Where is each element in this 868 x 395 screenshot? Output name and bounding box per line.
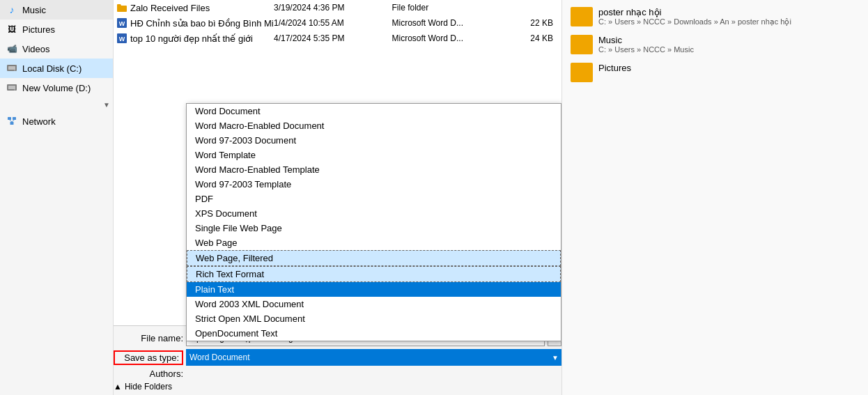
- svg-rect-6: [8, 117, 11, 120]
- dropdown-option-rtf[interactable]: Rich Text Format: [187, 266, 561, 282]
- file-name-cell: Zalo Received Files: [116, 2, 274, 13]
- music-icon: ♪: [6, 3, 18, 16]
- svg-rect-4: [8, 86, 15, 89]
- new-volume-icon: [6, 82, 18, 94]
- dropdown-option-word-97-2003[interactable]: Word 97-2003 Document: [187, 133, 561, 148]
- hide-folders-row: ▲ Hide Folders: [114, 382, 561, 392]
- file-type-cell: Microsoft Word D...: [392, 33, 511, 43]
- dropdown-option-web-page[interactable]: Web Page: [187, 235, 561, 250]
- svg-rect-8: [10, 122, 14, 125]
- dropdown-option-word-97-template[interactable]: Word 97-2003 Template: [187, 177, 561, 192]
- file-name-text: Zalo Received Files: [130, 3, 210, 13]
- svg-text:W: W: [119, 20, 125, 27]
- network-icon: [6, 115, 18, 127]
- dropdown-option-xps[interactable]: XPS Document: [187, 206, 561, 221]
- dropdown-option-plain-text[interactable]: Plain Text: [187, 282, 561, 297]
- local-disk-icon: [6, 62, 18, 75]
- sidebar-item-local-disk[interactable]: Local Disk (C:): [0, 59, 113, 78]
- dropdown-option-word-template[interactable]: Word Template: [187, 148, 561, 162]
- recent-item[interactable]: Music C: » Users » NCCC » Music: [568, 33, 862, 56]
- sidebar-item-music-label: Music: [22, 5, 46, 15]
- recent-panel: poster nhạc hội C: » Users » NCCC » Down…: [561, 0, 868, 395]
- dropdown-option-strict-xml[interactable]: Strict Open XML Document: [187, 311, 561, 326]
- file-type-cell: Microsoft Word D...: [392, 18, 511, 28]
- recent-folder-icon: [571, 7, 593, 26]
- recent-folder-icon: [571, 35, 593, 54]
- sidebar-item-new-volume[interactable]: New Volume (D:): [0, 78, 113, 98]
- svg-rect-7: [13, 117, 16, 120]
- sidebar-item-videos-label: Videos: [22, 44, 50, 54]
- dropdown-option-pdf[interactable]: PDF: [187, 192, 561, 206]
- file-row[interactable]: W HĐ Chỉnh sửa bao bì Đồng Bình Minh 1/4…: [114, 15, 561, 31]
- recent-item-text: Music C: » Users » NCCC » Music: [598, 35, 694, 54]
- authors-row: Authors:: [114, 369, 561, 379]
- file-section: Zalo Received Files 3/19/2024 4:36 PM Fi…: [114, 0, 561, 395]
- svg-line-9: [10, 120, 13, 122]
- file-date-cell: 1/4/2024 10:55 AM: [274, 18, 392, 28]
- svg-text:W: W: [119, 36, 125, 42]
- sidebar-item-videos[interactable]: 📹 Videos: [0, 39, 113, 59]
- word-icon: W: [116, 17, 127, 29]
- scroll-down-arrow[interactable]: ▼: [103, 101, 110, 109]
- file-date-cell: 3/19/2024 4:36 PM: [274, 3, 392, 13]
- dropdown-option-odt[interactable]: OpenDocument Text: [187, 326, 561, 341]
- recent-item-path: C: » Users » NCCC » Music: [598, 45, 694, 54]
- svg-point-5: [14, 89, 15, 91]
- chevron-up-icon: ▲: [114, 382, 122, 392]
- sidebar-item-pictures-label: Pictures: [22, 24, 55, 35]
- dropdown-option-single-web[interactable]: Single File Web Page: [187, 221, 561, 235]
- sidebar-item-network[interactable]: Network: [0, 111, 113, 131]
- sidebar-item-pictures[interactable]: 🖼 Pictures: [0, 20, 113, 39]
- folder-icon: [116, 2, 127, 13]
- file-name-label: File name:: [114, 333, 183, 343]
- dropdown-option-word-macro[interactable]: Word Macro-Enabled Document: [187, 118, 561, 133]
- videos-icon: 📹: [6, 42, 18, 55]
- recent-item[interactable]: Pictures: [568, 61, 862, 84]
- recent-item-text: Pictures: [598, 63, 631, 73]
- sidebar-item-new-volume-label: New Volume (D:): [22, 83, 91, 93]
- svg-line-10: [12, 120, 15, 122]
- file-name-text: top 10 người đẹp nhất thế giới: [130, 33, 253, 44]
- left-sidebar: ♪ Music 🖼 Pictures 📹 Videos Local Disk (…: [0, 0, 114, 395]
- sidebar-item-local-disk-label: Local Disk (C:): [22, 63, 82, 74]
- file-size-cell: 22 KB: [510, 18, 559, 28]
- save-as-type-value: Word Document: [189, 353, 249, 362]
- hide-folders-label: Hide Folders: [125, 382, 172, 392]
- file-size-cell: 24 KB: [510, 33, 559, 43]
- recent-item-text: poster nhạc hội C: » Users » NCCC » Down…: [598, 7, 791, 26]
- recent-item[interactable]: poster nhạc hội C: » Users » NCCC » Down…: [568, 6, 862, 28]
- recent-item-name: Pictures: [598, 63, 631, 73]
- save-as-type-wrapper: Word Document ▼: [186, 349, 561, 366]
- hide-folders-button[interactable]: ▲ Hide Folders: [114, 382, 172, 392]
- file-row[interactable]: W top 10 người đẹp nhất thế giới 4/17/20…: [114, 31, 561, 46]
- save-as-type-select[interactable]: Word Document: [186, 349, 561, 366]
- save-as-type-label: Save as type:: [114, 350, 183, 365]
- file-name-cell: W HĐ Chỉnh sửa bao bì Đồng Bình Minh: [116, 17, 274, 29]
- pictures-icon: 🖼: [6, 23, 18, 36]
- sidebar-item-network-label: Network: [22, 116, 56, 127]
- dropdown-option-word-document[interactable]: Word Document: [187, 104, 561, 118]
- word-icon: W: [116, 33, 127, 44]
- recent-item-name: Music: [598, 35, 694, 45]
- save-as-type-dropdown[interactable]: Word Document Word Macro-Enabled Documen…: [186, 103, 561, 341]
- file-name-cell: W top 10 người đẹp nhất thế giới: [116, 33, 274, 44]
- file-date-cell: 4/17/2024 5:35 PM: [274, 33, 392, 43]
- svg-rect-1: [8, 66, 15, 70]
- sidebar-item-music[interactable]: ♪ Music: [0, 0, 113, 20]
- svg-point-2: [14, 70, 15, 71]
- save-as-type-row: Save as type: Word Document ▼: [114, 349, 561, 366]
- file-type-cell: File folder: [392, 3, 511, 13]
- file-row[interactable]: Zalo Received Files 3/19/2024 4:36 PM Fi…: [114, 0, 561, 15]
- dropdown-option-word-macro-template[interactable]: Word Macro-Enabled Template: [187, 162, 561, 177]
- recent-item-path: C: » Users » NCCC » Downloads » An » pos…: [598, 17, 791, 26]
- authors-label: Authors:: [114, 369, 183, 379]
- bottom-form: Word Document Word Macro-Enabled Documen…: [114, 325, 561, 395]
- file-name-text: HĐ Chỉnh sửa bao bì Đồng Bình Minh: [130, 18, 274, 29]
- dropdown-option-web-filtered[interactable]: Web Page, Filtered: [187, 250, 561, 266]
- recent-folder-icon: [571, 63, 593, 82]
- recent-item-name: poster nhạc hội: [598, 7, 791, 17]
- dropdown-option-word-2003-xml[interactable]: Word 2003 XML Document: [187, 297, 561, 311]
